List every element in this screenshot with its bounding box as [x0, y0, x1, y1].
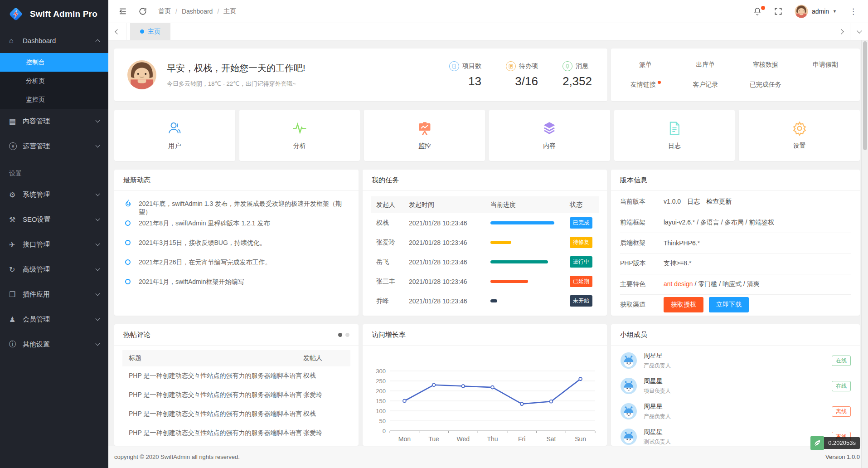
breadcrumb-item[interactable]: 主页: [223, 7, 236, 15]
quick-link-申请假期[interactable]: 申请假期: [795, 61, 855, 69]
stat-value: 3/16: [506, 74, 538, 88]
sidebar-item-运营管理[interactable]: ¥运营管理: [0, 134, 108, 159]
col-title: 标题: [129, 354, 303, 362]
shortcut-分析[interactable]: 分析: [239, 110, 360, 161]
col-progress: 当前进度: [490, 201, 570, 209]
get-license-button[interactable]: 获取授权: [664, 297, 703, 312]
info-circle-icon: ⓘ: [9, 340, 23, 349]
tab-scroll-right-button[interactable]: [832, 23, 850, 40]
hot-post-row[interactable]: PHP 是一种创建动态交互性站点的强有力的服务器端脚本语言张爱玲: [122, 385, 350, 405]
quick-links-card: 派单出库单审核数据申请假期友情链接客户记录已完成任务: [611, 49, 860, 101]
task-progress-bar: [490, 221, 560, 224]
tab-主页[interactable]: 主页: [130, 23, 170, 40]
version-row-label: 当前版本: [620, 198, 664, 206]
sidebar-item-会员管理[interactable]: ♟会员管理: [0, 307, 108, 332]
svg-text:0: 0: [383, 428, 386, 434]
timeline-item: 2021年1月，swiftAdmin框架开始编写: [124, 278, 349, 297]
tasks-table: 发起人 发起时间 当前进度 状态 权栈2021/01/28 10:23:46已完…: [363, 191, 607, 311]
version-link-检查更新[interactable]: 检查更新: [706, 198, 732, 205]
quick-link-友情链接[interactable]: 友情链接: [616, 81, 675, 89]
timeline-circle-icon: [125, 259, 131, 265]
sidebar-item-高级管理[interactable]: ↻高级管理: [0, 257, 108, 282]
task-progress-bar: [490, 299, 560, 302]
hot-post-row[interactable]: PHP 是一种创建动态交互性站点的强有力的服务器端脚本语言权栈: [122, 405, 350, 424]
sidebar-item-插件应用[interactable]: ❒插件应用: [0, 282, 108, 307]
tab-scroll-left-button[interactable]: [108, 23, 126, 40]
sidebar-item-其他设置[interactable]: ⓘ其他设置: [0, 332, 108, 357]
scrollbar-thumb[interactable]: [863, 41, 867, 150]
task-row[interactable]: 张爱玲2021/01/28 10:23:46待修复: [371, 233, 599, 252]
version-link-日志[interactable]: 日志: [687, 198, 700, 205]
member-row[interactable]: 周星星项目负责人在线: [620, 373, 851, 399]
user-menu[interactable]: admin ▼: [795, 5, 837, 18]
member-role: 项目负责人: [644, 387, 671, 395]
menu-fold-icon[interactable]: [118, 7, 127, 16]
sidebar-item-内容管理[interactable]: ▤内容管理: [0, 109, 108, 134]
welcome-card: 早安，权栈，开始您一天的工作吧! 今日多云转阴，18℃ - 22℃，出门记得穿外…: [114, 49, 607, 101]
hot-posts-header: 标题 发帖人: [122, 350, 350, 366]
carousel-dot[interactable]: [345, 333, 349, 337]
task-row[interactable]: 乔峰2021/01/28 10:23:46未开始: [371, 291, 599, 311]
hot-post-row[interactable]: PHP 是一种创建动态交互性站点的强有力的服务器端脚本语言权栈: [122, 366, 350, 385]
shortcut-label: 分析: [293, 142, 306, 150]
member-row[interactable]: 周星星产品负责人在线: [620, 348, 851, 373]
sidebar-subitem-分析页[interactable]: 分析页: [0, 72, 108, 90]
breadcrumb-item[interactable]: 首页: [158, 7, 171, 15]
svg-text:Mon: Mon: [398, 435, 411, 443]
sidebar-item-系统管理[interactable]: ⚙系统管理: [0, 182, 108, 207]
hot-post-row[interactable]: PHP 是一种创建动态交互性站点的强有力的服务器端脚本语言张爱玲: [122, 424, 350, 443]
download-button[interactable]: 立即下载: [709, 297, 749, 312]
footer-version: Version 1.0.0: [825, 453, 860, 460]
version-row-前端框架: 前端框架layui-v2.6.* / 多语言 / 多布局 / 前端鉴权: [620, 212, 851, 233]
member-role: 产品负责人: [644, 413, 671, 420]
more-menu-icon[interactable]: ⋮: [849, 7, 858, 16]
shortcut-内容[interactable]: 内容: [489, 110, 610, 161]
quick-link-出库单[interactable]: 出库单: [675, 61, 735, 69]
weather-text: 今日多云转阴，18℃ - 22℃，出门记得穿外套哦~: [167, 80, 305, 88]
timeline-circle-icon: [125, 220, 131, 226]
version-row-value: / 零门槛 / 响应式 / 清爽: [693, 280, 760, 288]
quick-link-已完成任务[interactable]: 已完成任务: [736, 81, 795, 89]
member-row[interactable]: 周星星产品负责人离线: [620, 399, 851, 424]
leaf-icon: [810, 436, 824, 450]
sidebar-item-接口管理[interactable]: ✈接口管理: [0, 232, 108, 257]
sidebar-subitem-监控页[interactable]: 监控页: [0, 90, 108, 109]
task-row[interactable]: 岳飞2021/01/28 10:23:46进行中: [371, 252, 599, 272]
breadcrumb-item[interactable]: Dashboard: [182, 8, 213, 15]
version-row-value: layui-v2.6.* / 多语言 / 多布局 / 前端鉴权: [664, 219, 774, 226]
member-status-badge: 离线: [832, 406, 851, 417]
logo[interactable]: Swift Admin Pro: [0, 0, 108, 28]
shortcut-label: 用户: [168, 142, 181, 150]
task-time: 2021/01/28 10:23:46: [409, 258, 490, 266]
tab-menu-button[interactable]: [850, 23, 868, 40]
chevron-down-icon: [96, 242, 100, 246]
sidebar-item-SEO设置[interactable]: ⚒SEO设置: [0, 207, 108, 232]
task-row[interactable]: 权栈2021/01/28 10:23:46已完成: [371, 213, 599, 233]
message-bell-icon: [563, 61, 572, 71]
fullscreen-icon[interactable]: [774, 7, 783, 16]
shortcut-日志[interactable]: 日志: [614, 110, 735, 161]
task-status-badge: 进行中: [570, 256, 592, 268]
sidebar-item-Dashboard[interactable]: ⌂Dashboard: [0, 28, 108, 53]
caret-down-icon: ▼: [833, 9, 837, 14]
shortcut-监控[interactable]: 监控: [364, 110, 485, 161]
rotate-icon: ↻: [9, 265, 23, 274]
task-row[interactable]: 张三丰2021/01/28 10:23:46已延期: [371, 272, 599, 291]
user-name: admin: [812, 8, 829, 15]
quick-link-客户记录[interactable]: 客户记录: [675, 81, 735, 89]
svg-text:100: 100: [376, 408, 386, 414]
hot-post-row[interactable]: PHP 是一种创建动态交互性站点的强有力的服务器端脚本语言权栈: [122, 443, 350, 446]
notifications-bell-icon[interactable]: [753, 7, 762, 16]
carousel-dot-active[interactable]: [338, 333, 342, 337]
members-card: 小组成员 周星星产品负责人在线周星星项目负责人在线周星星产品负责人离线周星星测试…: [611, 324, 860, 446]
sidebar-subitem-控制台[interactable]: 控制台: [0, 53, 108, 72]
line-chart: 050100150200250300MonTueWedThuFriSatSun: [363, 346, 607, 446]
shortcut-用户[interactable]: 用户: [114, 110, 235, 161]
vertical-scrollbar[interactable]: [861, 40, 868, 468]
quick-link-审核数据[interactable]: 审核数据: [736, 61, 795, 69]
refresh-icon[interactable]: [138, 7, 147, 16]
members-list: 周星星产品负责人在线周星星项目负责人在线周星星产品负责人离线周星星测试负责人离线: [611, 346, 860, 446]
quick-link-派单[interactable]: 派单: [616, 61, 675, 69]
shortcut-设置[interactable]: 设置: [739, 110, 860, 161]
timeline-text: 2021年底，swiftAdmin 1.3 发布，并发展成最受欢迎的极速开发框架…: [139, 200, 342, 215]
